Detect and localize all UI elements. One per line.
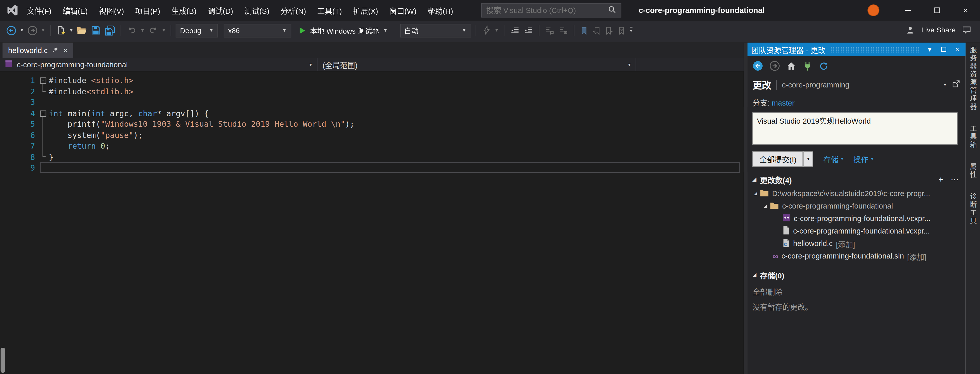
new-file-button[interactable] xyxy=(55,24,67,36)
save-button[interactable] xyxy=(90,24,102,36)
increase-indent-button[interactable] xyxy=(522,25,535,36)
code-text[interactable]: } xyxy=(49,151,744,162)
menu-file[interactable]: 文件(F) xyxy=(21,0,57,21)
document-tab-helloworld[interactable]: helloworld.c × xyxy=(3,43,73,58)
search-icon[interactable] xyxy=(608,5,616,16)
fold-margin[interactable]: - xyxy=(39,108,49,119)
menu-extensions[interactable]: 扩展(X) xyxy=(348,0,384,21)
minimize-button[interactable]: ─ xyxy=(894,0,923,21)
fold-margin[interactable] xyxy=(39,119,49,130)
changes-section-header[interactable]: ◢ 更改数(4) + ⋯ xyxy=(748,167,966,187)
quick-search-box[interactable] xyxy=(481,3,621,17)
search-input[interactable] xyxy=(486,6,608,14)
maximize-panel-button[interactable] xyxy=(939,46,948,53)
commit-message-input[interactable]: Visual Studio 2019实现HelloWorld xyxy=(752,113,958,145)
maximize-button[interactable] xyxy=(923,0,951,21)
project-dropdown[interactable]: c-core-programming-foundational ▾ xyxy=(0,58,318,71)
save-all-button[interactable] xyxy=(104,24,116,36)
navigate-forward-dropdown[interactable]: ▾ xyxy=(41,27,46,33)
start-debugging-button[interactable]: 本地 Windows 调试器 ▾ xyxy=(293,25,393,35)
refresh-icon[interactable] xyxy=(819,61,829,73)
fold-margin[interactable] xyxy=(39,151,49,162)
code-text[interactable]: printf("Windows10 1903 & Visual Studio 2… xyxy=(49,119,744,130)
new-file-dropdown[interactable]: ▾ xyxy=(68,27,74,33)
fold-collapse-icon[interactable]: - xyxy=(40,110,46,116)
code-text[interactable]: int main(int argc, char* argv[]) { xyxy=(49,108,744,119)
menu-tools[interactable]: 工具(T) xyxy=(312,0,347,21)
redo-dropdown[interactable]: ▾ xyxy=(161,27,166,33)
tab-toolbox[interactable]: 工具箱 xyxy=(968,125,978,149)
tree-row-solution[interactable]: ∞ c-core-programming-foundational.sln [添… xyxy=(748,250,966,262)
tree-row-vcxproj-filters[interactable]: c-core-programming-foundational.vcxpr... xyxy=(748,225,966,237)
panel-splitter[interactable] xyxy=(744,43,748,374)
fold-margin[interactable]: - xyxy=(39,75,49,86)
home-icon[interactable] xyxy=(786,61,796,73)
comment-lines-button[interactable] xyxy=(544,25,555,36)
menu-view[interactable]: 视图(V) xyxy=(94,0,130,21)
decrease-indent-button[interactable] xyxy=(509,25,520,36)
tree-row-helloworld-c[interactable]: helloworld.c [添加] xyxy=(748,237,966,250)
uncomment-lines-button[interactable] xyxy=(557,25,570,36)
send-feedback-icon[interactable] xyxy=(961,24,973,36)
undo-button[interactable] xyxy=(126,24,138,36)
tab-server-explorer[interactable]: 服务器资源管理器 xyxy=(968,46,978,111)
code-text[interactable]: #include <stdio.h> xyxy=(49,75,744,86)
tab-diagnostic-tools[interactable]: 诊断工具 xyxy=(968,193,978,225)
toggle-bookmark-button[interactable] xyxy=(579,25,589,36)
code-text[interactable]: #include<stdlib.h> xyxy=(49,86,744,97)
actions-menu[interactable]: 操作 ▾ xyxy=(853,154,873,164)
previous-bookmark-button[interactable] xyxy=(591,25,602,36)
fold-margin[interactable] xyxy=(39,97,49,108)
stash-menu[interactable]: 存储 ▾ xyxy=(823,154,843,164)
member-dropdown[interactable] xyxy=(636,58,744,71)
quick-actions-dropdown[interactable]: ▾ xyxy=(494,27,499,33)
solution-configuration-combo[interactable]: Debug ▾ xyxy=(176,24,218,37)
forward-button[interactable] xyxy=(770,61,780,73)
open-file-button[interactable] xyxy=(76,25,88,36)
live-share-button[interactable]: Live Share xyxy=(921,26,956,34)
next-bookmark-button[interactable] xyxy=(604,25,614,36)
team-explorer-title-bar[interactable]: 团队资源管理器 - 更改 ▾ × xyxy=(748,43,966,56)
commit-all-button[interactable]: 全部提交(I) xyxy=(752,151,803,167)
tree-row-project-folder[interactable]: ◢ c-core-programming-foundational xyxy=(748,200,966,212)
delete-all-link[interactable]: 全部删除 xyxy=(748,283,966,298)
redo-button[interactable] xyxy=(147,24,159,36)
debug-target-combo[interactable]: 自动 ▾ xyxy=(400,24,471,37)
connections-plug-icon[interactable] xyxy=(802,61,812,73)
tree-row-vcxproj[interactable]: c-core-programming-foundational.vcxpr... xyxy=(748,212,966,225)
clear-bookmarks-button[interactable] xyxy=(616,25,627,36)
pin-icon[interactable] xyxy=(52,46,59,55)
close-button[interactable]: × xyxy=(951,0,980,21)
navigate-backward-dropdown[interactable]: ▾ xyxy=(19,27,24,33)
code-text[interactable]: system("pause"); xyxy=(49,130,744,141)
menu-analyze[interactable]: 分析(N) xyxy=(275,0,312,21)
menu-debug[interactable]: 调试(D) xyxy=(202,0,239,21)
fold-margin[interactable] xyxy=(39,130,49,141)
scrollbar-thumb[interactable] xyxy=(0,348,5,373)
menu-project[interactable]: 项目(P) xyxy=(130,0,166,21)
navigate-forward-button[interactable] xyxy=(26,24,39,36)
menu-help[interactable]: 帮助(H) xyxy=(422,0,459,21)
account-avatar[interactable] xyxy=(867,4,880,16)
stash-section-header[interactable]: ◢ 存储(0) xyxy=(748,262,966,283)
scope-dropdown[interactable]: (全局范围) ▾ xyxy=(318,58,636,71)
fold-collapse-icon[interactable]: - xyxy=(40,78,46,84)
more-options-icon[interactable]: ⋯ xyxy=(949,175,961,184)
tree-row-repo-folder[interactable]: ◢ D:\workspace\c\visualstuido2019\c-core… xyxy=(748,187,966,200)
tree-expanded-icon[interactable]: ◢ xyxy=(764,203,767,209)
toolbar-options-button[interactable]: ▾ xyxy=(630,27,632,34)
commit-all-dropdown[interactable]: ▾ xyxy=(803,151,813,167)
menu-test[interactable]: 测试(S) xyxy=(239,0,275,21)
navigate-backward-button[interactable] xyxy=(5,24,18,36)
page-switcher-dropdown[interactable]: ▾ xyxy=(944,82,946,87)
code-text[interactable] xyxy=(49,97,744,108)
tab-close-icon[interactable]: × xyxy=(63,46,68,55)
menu-window[interactable]: 窗口(W) xyxy=(384,0,422,21)
close-panel-button[interactable]: × xyxy=(953,46,962,53)
code-text[interactable]: return 0; xyxy=(49,141,744,151)
solution-platform-combo[interactable]: x86 ▾ xyxy=(224,24,291,37)
title-bar[interactable]: 文件(F) 编辑(E) 视图(V) 项目(P) 生成(B) 调试(D) 测试(S… xyxy=(0,0,980,21)
tree-expanded-icon[interactable]: ◢ xyxy=(754,191,757,196)
undo-dropdown[interactable]: ▾ xyxy=(140,27,145,33)
quick-actions-button[interactable] xyxy=(480,24,492,36)
